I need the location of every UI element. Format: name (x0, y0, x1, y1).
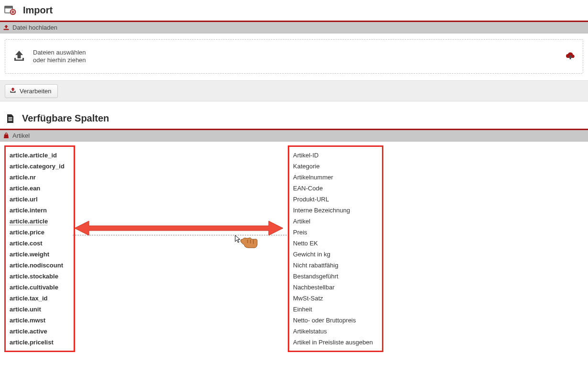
columns-header: Verfügbare Spalten (0, 108, 588, 130)
upload-area: Dateien auswählen oder hierhin ziehen (0, 33, 588, 80)
section-upload-label: Datei hochladen (12, 24, 57, 31)
column-left-item[interactable]: article.cultivable (10, 282, 70, 293)
dropzone-left: Dateien auswählen oder hierhin ziehen (12, 49, 86, 65)
page-title: Import (23, 5, 53, 16)
column-right-item[interactable]: Artikel-ID (293, 150, 378, 161)
column-left-item[interactable]: article.intern (10, 205, 70, 216)
column-left-item[interactable]: article.article_id (10, 150, 70, 161)
column-right-item[interactable]: Nicht rabattfähig (293, 260, 378, 271)
dropzone-text: Dateien auswählen oder hierhin ziehen (33, 49, 86, 65)
column-right-item[interactable]: Gewicht in kg (293, 249, 378, 260)
column-right-item[interactable]: Preis (293, 227, 378, 238)
process-button[interactable]: Verarbeiten (5, 84, 58, 98)
column-left-item[interactable]: article.unit (10, 304, 70, 315)
document-icon (4, 113, 16, 124)
svg-rect-6 (9, 120, 12, 121)
column-right-item[interactable]: Bestandsgeführt (293, 271, 378, 282)
column-left-item[interactable]: article.weight (10, 249, 70, 260)
column-right-item[interactable]: Netto EK (293, 238, 378, 249)
column-right-item[interactable]: Kategorie (293, 161, 378, 172)
column-left-item[interactable]: article.pricelist (10, 337, 70, 348)
column-left-item[interactable]: article.ean (10, 183, 70, 194)
cloud-upload-icon[interactable] (565, 52, 576, 62)
toolbar: Verarbeiten (0, 80, 588, 101)
upload-small-icon (3, 24, 10, 31)
process-button-label: Verarbeiten (20, 88, 52, 95)
column-right-item[interactable]: Artikelstatus (293, 326, 378, 337)
column-left-item[interactable]: article.nodiscount (10, 260, 70, 271)
dropzone-line1: Dateien auswählen (33, 49, 86, 56)
svg-rect-1 (5, 6, 12, 8)
column-left-item[interactable]: article.article (10, 216, 70, 227)
column-right-item[interactable]: Artikel in Preisliste ausgeben (293, 337, 378, 348)
process-upload-icon (9, 87, 17, 95)
section-articles-label: Artikel (12, 132, 30, 139)
svg-rect-4 (9, 117, 12, 118)
columns-body: article.article_idarticle.category_idart… (0, 142, 588, 146)
column-right-item[interactable]: Interne Bezeichnung (293, 205, 378, 216)
column-right-item[interactable]: Einheit (293, 304, 378, 315)
column-right-item[interactable]: Netto- oder Bruttopreis (293, 315, 378, 326)
column-right-item[interactable]: EAN-Code (293, 183, 378, 194)
column-left-item[interactable]: article.tax_id (10, 293, 70, 304)
pointing-hand-icon (239, 235, 258, 249)
svg-rect-5 (9, 119, 12, 120)
upload-big-icon (12, 49, 26, 64)
import-icon (4, 5, 16, 16)
file-dropzone[interactable]: Dateien auswählen oder hierhin ziehen (5, 39, 583, 74)
column-left-item[interactable]: article.category_id (10, 161, 70, 172)
column-right-item[interactable]: Artikelnummer (293, 172, 378, 183)
bag-icon (3, 133, 10, 139)
column-left-item[interactable]: article.url (10, 194, 70, 205)
column-right-item[interactable]: Artikel (293, 216, 378, 227)
svg-rect-3 (4, 29, 9, 30)
column-right-item[interactable]: Produkt-URL (293, 194, 378, 205)
column-left-item[interactable]: article.nr (10, 172, 70, 183)
column-right-item[interactable]: MwSt-Satz (293, 293, 378, 304)
page-header: Import (0, 0, 588, 22)
svg-marker-7 (75, 221, 283, 235)
section-bar-upload: Datei hochladen (0, 22, 588, 33)
column-left-item[interactable]: article.active (10, 326, 70, 337)
column-left-item[interactable]: article.price (10, 227, 70, 238)
mapping-double-arrow-icon (75, 220, 283, 236)
column-left-technical: article.article_idarticle.category_idart… (4, 145, 75, 352)
page: Import Datei hochladen Dateien auswäh (0, 0, 588, 376)
column-left-item[interactable]: article.cost (10, 238, 70, 249)
dropzone-line2: oder hierhin ziehen (33, 56, 86, 64)
dropzone-right (565, 52, 576, 62)
column-right-labels: Artikel-IDKategorieArtikelnummerEAN-Code… (288, 145, 383, 352)
section-bar-articles: Artikel (0, 130, 588, 142)
columns-title: Verfügbare Spalten (22, 113, 109, 124)
column-left-item[interactable]: article.mwst (10, 315, 70, 326)
column-left-item[interactable]: article.stockable (10, 271, 70, 282)
column-right-item[interactable]: Nachbestellbar (293, 282, 378, 293)
